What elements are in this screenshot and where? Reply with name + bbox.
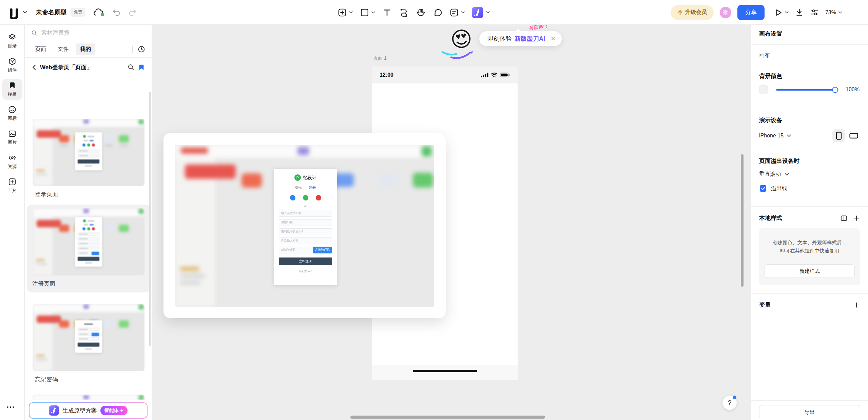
preview-input-code: 邮箱验证码 发送验证码	[279, 247, 332, 253]
sidebar-item-catalog[interactable]: 目录	[2, 31, 22, 52]
search-bar[interactable]	[25, 25, 152, 41]
canvas-target-label[interactable]: 画布	[759, 52, 770, 59]
template-item-register-selected[interactable]: 注册页面	[27, 205, 150, 292]
ai-tool[interactable]: ✦	[472, 7, 490, 18]
overflow-mode-value: 垂直滚动	[759, 171, 781, 178]
vertical-scrollbar[interactable]	[741, 154, 744, 287]
template-thumbnail[interactable]	[33, 119, 144, 186]
export-button[interactable]: 导出	[759, 405, 860, 419]
insert-tool[interactable]	[337, 8, 353, 17]
download-icon[interactable]	[795, 8, 804, 17]
variables-title: 变量	[759, 301, 771, 309]
undo-icon[interactable]	[112, 8, 121, 17]
sidebar-item-tools[interactable]: 工具	[2, 175, 22, 196]
help-button[interactable]: ?	[722, 396, 737, 410]
overflow-chevron-icon[interactable]	[785, 173, 789, 176]
redo-icon[interactable]	[128, 8, 137, 17]
device-section-title: 演示设备	[759, 116, 782, 124]
ai-chevron-icon[interactable]	[486, 11, 490, 14]
tab-pages[interactable]: 页面	[31, 43, 51, 55]
ai-promo-banner[interactable]: 即刻体验 新版墨刀AI ✕	[479, 31, 562, 46]
divider	[751, 206, 868, 207]
shape-tool[interactable]	[360, 8, 375, 17]
logo-menu-chevron-icon[interactable]	[23, 11, 27, 14]
landscape-orientation-button[interactable]	[847, 129, 860, 142]
sidebar-item-images[interactable]: 图片	[2, 127, 22, 148]
app-logo-icon[interactable]	[7, 6, 20, 19]
back-chevron-icon[interactable]	[32, 64, 37, 70]
template-thumbnail[interactable]	[33, 208, 144, 275]
note-tool[interactable]	[449, 8, 465, 17]
search-input[interactable]	[41, 30, 122, 36]
shape-chevron-icon[interactable]	[371, 11, 375, 14]
sidebar-item-resources[interactable]: 资源	[2, 151, 22, 172]
history-clock-icon[interactable]	[137, 45, 146, 53]
document-title[interactable]: 未命名原型	[36, 8, 66, 16]
play-chevron-icon[interactable]	[785, 11, 789, 14]
comment-tool-icon[interactable]	[433, 8, 442, 17]
horizontal-scrollbar[interactable]	[350, 416, 545, 419]
opacity-slider[interactable]	[776, 89, 839, 91]
template-item-login[interactable]: 登录页面	[30, 119, 147, 198]
slider-thumb[interactable]	[832, 87, 838, 93]
device-chevron-icon[interactable]	[787, 134, 791, 137]
sync-status-dot	[101, 13, 104, 16]
sidebar-item-templates[interactable]: 模板	[2, 79, 22, 100]
sidebar-item-components[interactable]: 组件	[2, 55, 22, 76]
canvas-settings-panel: 画布设置 画布 背景颜色 100% 演示设备 iPhone 15 页面溢出设备时…	[751, 25, 868, 420]
hand-tool-icon[interactable]	[416, 8, 426, 17]
preview-app-name: 忆设计	[303, 175, 316, 181]
more-menu-ellipsis[interactable]: •••	[7, 404, 15, 410]
plus-box-icon	[8, 177, 17, 186]
upgrade-member-button[interactable]: 升级会员	[671, 5, 714, 20]
zoom-chevron-icon[interactable]	[838, 11, 842, 14]
color-swatch[interactable]	[759, 85, 768, 94]
tab-mine[interactable]: 我的	[76, 43, 95, 55]
divider	[751, 44, 868, 45]
device-row: iPhone 15	[759, 129, 860, 142]
design-canvas[interactable]: 页面 1 12:00	[152, 25, 751, 420]
template-item-forgot[interactable]: 忘记密码	[30, 304, 147, 383]
search-in-set-icon[interactable]	[127, 63, 135, 71]
landscape-phone-icon	[849, 132, 859, 139]
bookmark-icon[interactable]	[138, 63, 145, 71]
status-icons	[481, 73, 510, 77]
insert-chevron-icon[interactable]	[349, 11, 353, 14]
generate-prototype-button[interactable]: ✦ 生成原型方案 智能体✦	[29, 402, 148, 419]
template-set-header: Web登录页「页面」	[25, 58, 152, 77]
add-style-icon[interactable]	[853, 214, 860, 222]
note-chevron-icon[interactable]	[461, 11, 465, 14]
panel-title: 画布设置	[759, 30, 782, 38]
top-toolbar: 未命名原型 免费 ✦	[0, 0, 868, 25]
tab-files[interactable]: 文件	[53, 43, 73, 55]
cloud-sync-icon[interactable]	[93, 8, 103, 17]
sidebar-item-icons[interactable]: 图标	[2, 103, 22, 124]
portrait-orientation-button[interactable]	[832, 129, 845, 142]
template-set-title: Web登录页「页面」	[40, 63, 124, 71]
share-button[interactable]: 分享	[737, 5, 765, 20]
device-select[interactable]: iPhone 15	[759, 133, 784, 139]
template-thumbnail[interactable]	[33, 304, 144, 371]
preview-play-button[interactable]	[773, 8, 789, 17]
ai-tool-icon[interactable]: ✦	[472, 7, 483, 18]
search-icon	[31, 30, 38, 36]
connector-tool-icon[interactable]	[399, 8, 409, 17]
overflow-line-option[interactable]: 溢出线	[760, 185, 787, 192]
style-library-icon[interactable]	[840, 214, 848, 222]
zoom-level-control[interactable]: 73%	[825, 9, 842, 16]
divider	[751, 148, 868, 148]
settings-sliders-icon[interactable]	[810, 8, 819, 17]
smiley-icon	[8, 105, 17, 114]
layers-icon	[8, 33, 17, 42]
page-label[interactable]: 页面 1	[373, 55, 387, 61]
new-style-button[interactable]: 新建样式	[765, 264, 855, 278]
promo-highlight-link[interactable]: 新版墨刀AI	[515, 35, 545, 43]
close-icon[interactable]: ✕	[551, 35, 556, 42]
panel-scrollbar[interactable]	[149, 92, 151, 346]
add-variable-icon[interactable]	[853, 301, 860, 309]
overflow-mode-select[interactable]: 垂直滚动	[759, 171, 789, 178]
weibo-icon	[316, 195, 321, 201]
text-tool-icon[interactable]	[382, 8, 392, 17]
user-avatar[interactable]: 微	[720, 7, 731, 18]
overflow-line-checkbox[interactable]	[760, 185, 766, 192]
